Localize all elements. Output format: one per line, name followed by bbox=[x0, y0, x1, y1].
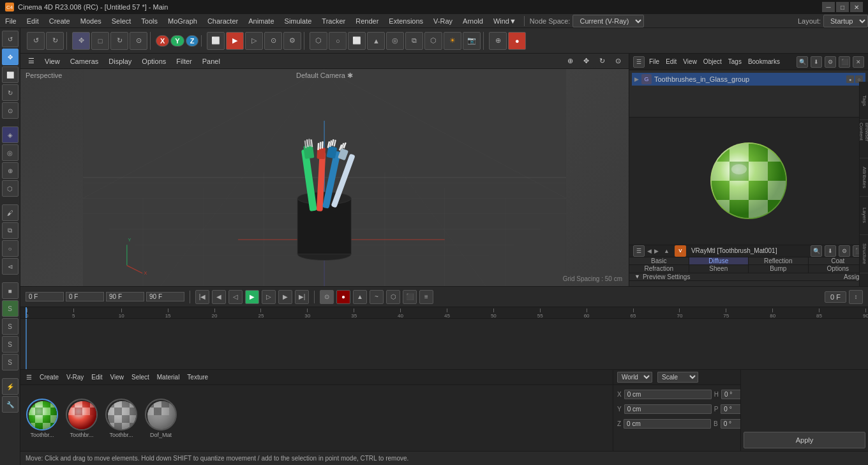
close-button[interactable]: ✕ bbox=[850, 2, 863, 12]
tree-edit-menu[interactable]: Edit bbox=[664, 58, 678, 65]
y-axis-button[interactable]: Y bbox=[170, 35, 184, 47]
select-rect-tool[interactable]: ⬜ bbox=[2, 66, 19, 83]
cube-btn[interactable]: ⬡ bbox=[310, 32, 327, 50]
vp-nav1[interactable]: ⊕ bbox=[565, 57, 576, 65]
mat-settings[interactable]: ⚙ bbox=[839, 245, 850, 257]
cone-btn[interactable]: ▲ bbox=[367, 32, 385, 50]
loop-cut-tool[interactable]: S bbox=[2, 318, 19, 335]
polygon-tool[interactable]: ◈ bbox=[2, 126, 19, 143]
start-frame-field[interactable] bbox=[66, 292, 104, 301]
tree-file-menu[interactable]: File bbox=[647, 58, 661, 65]
viewport-cameras-menu[interactable]: Cameras bbox=[68, 57, 101, 65]
tab-diffuse[interactable]: Diffuse bbox=[689, 257, 749, 265]
prev-key-button[interactable]: ◁ bbox=[228, 290, 243, 304]
timeline-btn[interactable]: ⬡ bbox=[386, 290, 400, 304]
light-btn[interactable]: ☀ bbox=[444, 32, 461, 50]
viewport-menu-toggle[interactable]: ☰ bbox=[26, 57, 37, 65]
minimize-button[interactable]: ─ bbox=[822, 2, 835, 12]
go-start-button[interactable]: |◀ bbox=[195, 290, 209, 304]
point-tool[interactable]: ⊕ bbox=[2, 162, 19, 179]
mat-back-icon[interactable]: ◀ bbox=[647, 248, 652, 254]
tree-toggle[interactable]: ☰ bbox=[633, 56, 645, 68]
transform-mode-dropdown[interactable]: Scale Position Rotation bbox=[657, 372, 698, 383]
subtab-sheen[interactable]: Sheen bbox=[689, 265, 749, 273]
stop-render-btn[interactable]: ⊙ bbox=[264, 32, 282, 50]
menu-edit[interactable]: Edit bbox=[22, 14, 44, 27]
tab-layers[interactable]: Layers bbox=[860, 197, 868, 235]
menu-animate[interactable]: Animate bbox=[243, 14, 279, 27]
menu-arnold[interactable]: Arnold bbox=[458, 14, 488, 27]
render-to-btn[interactable]: ⚙ bbox=[283, 32, 301, 50]
render-settings-btn[interactable]: ▷ bbox=[245, 32, 263, 50]
mb-create[interactable]: Create bbox=[38, 374, 61, 381]
magnet-tool[interactable]: ⚡ bbox=[2, 378, 19, 395]
auto-key-btn[interactable]: ● bbox=[336, 290, 350, 304]
weld-tool[interactable]: S bbox=[2, 354, 19, 370]
close-panel-icon[interactable]: ✕ bbox=[853, 56, 864, 68]
viewport-display-menu[interactable]: Display bbox=[106, 57, 134, 65]
snap-btn[interactable]: ⊕ bbox=[489, 32, 507, 50]
frame-expand[interactable]: ↕ bbox=[849, 290, 863, 304]
mb-edit[interactable]: Edit bbox=[89, 374, 104, 381]
vp-nav3[interactable]: ↻ bbox=[597, 57, 608, 65]
cylinder-btn[interactable]: ⬜ bbox=[348, 32, 366, 50]
play-button[interactable]: ▶ bbox=[245, 290, 259, 304]
camera-btn[interactable]: 📷 bbox=[463, 32, 481, 50]
coord-system-dropdown[interactable]: World Local Object bbox=[617, 372, 652, 383]
menu-tools[interactable]: Tools bbox=[136, 14, 163, 27]
snap-tool[interactable]: 🔧 bbox=[2, 396, 19, 413]
sweep-btn[interactable]: ⧉ bbox=[405, 32, 423, 50]
tab-basic[interactable]: Basic bbox=[629, 257, 689, 265]
undo-tool[interactable]: ↺ bbox=[2, 31, 19, 47]
preview-collapse[interactable]: ▼ bbox=[634, 273, 640, 280]
path-btn[interactable]: ▲ bbox=[353, 290, 367, 304]
menu-render[interactable]: Render bbox=[350, 14, 384, 27]
layout-dropdown[interactable]: Startup bbox=[823, 15, 868, 27]
menu-modes[interactable]: Modes bbox=[75, 14, 107, 27]
rotate-button[interactable]: ↻ bbox=[110, 32, 128, 50]
smooth-tool[interactable]: S bbox=[2, 336, 19, 353]
subtab-bump[interactable]: Bump bbox=[749, 265, 809, 273]
node-space-dropdown[interactable]: Current (V-Ray) bbox=[572, 15, 644, 27]
search-icon[interactable]: 🔍 bbox=[797, 56, 808, 68]
viewport-options-menu[interactable]: Options bbox=[139, 57, 168, 65]
move-button[interactable]: ✥ bbox=[72, 32, 90, 50]
mat-item-1[interactable]: Toothbr... bbox=[24, 399, 60, 438]
mat-item-3[interactable]: Toothbr... bbox=[103, 399, 139, 438]
mat-up-icon[interactable]: ▲ bbox=[664, 248, 670, 254]
edge-tool[interactable]: ◎ bbox=[2, 144, 19, 161]
filter-icon[interactable]: ⬇ bbox=[811, 56, 822, 68]
viewport-view-menu[interactable]: View bbox=[42, 57, 63, 65]
play-render-btn[interactable]: ▶ bbox=[226, 32, 244, 50]
menu-file[interactable]: File bbox=[0, 14, 22, 27]
max-frame-field[interactable] bbox=[146, 292, 184, 301]
knife-tool[interactable]: ⊲ bbox=[2, 258, 19, 275]
mb-texture[interactable]: Texture bbox=[185, 374, 210, 381]
menu-select[interactable]: Select bbox=[107, 14, 137, 27]
prev-frame-button[interactable]: ◀ bbox=[212, 290, 226, 304]
tree-tags-menu[interactable]: Tags bbox=[726, 58, 744, 65]
torus-btn[interactable]: ◎ bbox=[386, 32, 404, 50]
fcurve-btn[interactable]: ~ bbox=[370, 290, 384, 304]
sculpt-tool[interactable]: ⧉ bbox=[2, 222, 19, 239]
record-btn[interactable]: ● bbox=[508, 32, 526, 50]
move-tool[interactable]: ✥ bbox=[2, 49, 19, 65]
go-end-button[interactable]: ▶| bbox=[295, 290, 309, 304]
mat-toggle[interactable]: ☰ bbox=[633, 245, 645, 257]
x-field[interactable] bbox=[624, 390, 712, 399]
x-axis-button[interactable]: X bbox=[156, 35, 169, 47]
subtab-refraction[interactable]: Refraction bbox=[629, 265, 689, 273]
mb-vray[interactable]: V-Ray bbox=[64, 374, 86, 381]
mb-view[interactable]: View bbox=[108, 374, 126, 381]
tab-content-browser[interactable]: Content Browser bbox=[860, 120, 868, 158]
scale-tool[interactable]: ⊙ bbox=[2, 102, 19, 119]
undo-button[interactable]: ↺ bbox=[27, 32, 45, 50]
redo-button[interactable]: ↻ bbox=[46, 32, 64, 50]
brush-tool[interactable]: 🖌 bbox=[2, 204, 19, 221]
next-frame-button[interactable]: ▶ bbox=[278, 290, 292, 304]
playhead[interactable] bbox=[26, 307, 27, 318]
paint-tool[interactable]: ○ bbox=[2, 240, 19, 257]
vp-nav4[interactable]: ⊙ bbox=[613, 57, 624, 65]
bevel-tool[interactable]: S bbox=[2, 300, 19, 317]
mb-material[interactable]: Material bbox=[155, 374, 182, 381]
